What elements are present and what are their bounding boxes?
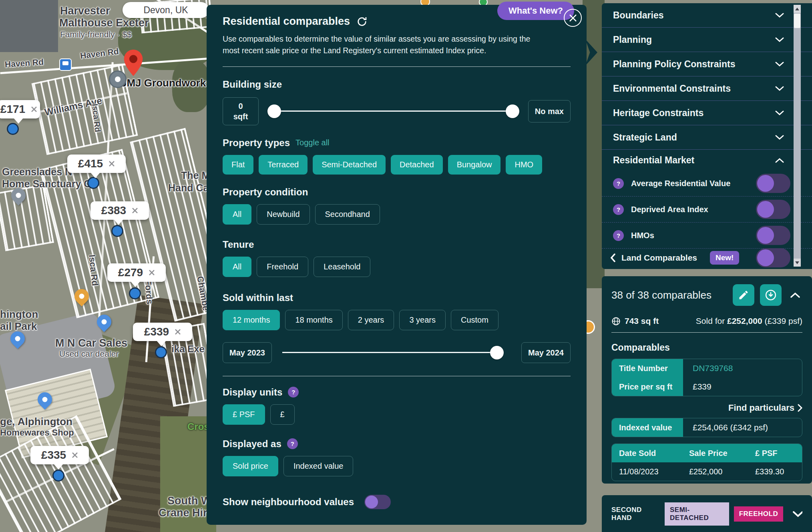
- units-pound[interactable]: £: [270, 404, 295, 425]
- sidebar-section-environmental[interactable]: Environmental Constraints: [602, 76, 812, 101]
- close-icon[interactable]: [132, 207, 138, 214]
- comparable-dot[interactable]: [52, 470, 64, 482]
- displayed-sold-price[interactable]: Sold price: [223, 456, 278, 476]
- sidebar-section-heritage[interactable]: Heritage Constraints: [602, 101, 812, 125]
- sidebar-scrollbar[interactable]: [794, 5, 801, 267]
- scroll-down-button[interactable]: [794, 259, 801, 267]
- download-button[interactable]: [760, 284, 782, 306]
- chevron-up-icon: [790, 292, 800, 298]
- tenure-freehold[interactable]: Freehold: [257, 257, 308, 277]
- building-size-min-input[interactable]: 0 sqft: [223, 97, 259, 125]
- property-type-hmo[interactable]: HMO: [506, 155, 542, 175]
- units-psf[interactable]: £ PSF: [223, 404, 265, 425]
- refresh-icon[interactable]: [356, 16, 368, 27]
- price-value: £339: [144, 325, 169, 338]
- comparable-dot[interactable]: [111, 225, 123, 237]
- edit-button[interactable]: [733, 284, 754, 306]
- price-callout[interactable]: £171: [0, 100, 40, 118]
- close-panel-button[interactable]: [564, 9, 582, 27]
- displayed-as-heading: Displayed as ?: [223, 438, 571, 450]
- price-callout[interactable]: £415: [67, 155, 126, 173]
- property-type-bungalow[interactable]: Bungalow: [448, 155, 501, 175]
- comparable-dot[interactable]: [7, 123, 19, 135]
- collapse-panel-button[interactable]: [788, 292, 802, 298]
- comparable-dot[interactable]: [155, 346, 167, 358]
- deprived-area-index-toggle[interactable]: [756, 200, 790, 219]
- map-poi-label: JMJ Groundworks: [121, 77, 212, 89]
- sidebar-section-boundaries[interactable]: Boundaries: [602, 3, 812, 28]
- help-icon[interactable]: ?: [613, 204, 624, 215]
- price-callout[interactable]: £279: [107, 263, 166, 282]
- tenure-leasehold[interactable]: Leasehold: [314, 257, 370, 277]
- property-type-semi-detached[interactable]: Semi-Detached: [313, 155, 386, 175]
- price-callout[interactable]: £383: [90, 201, 149, 220]
- date-slider[interactable]: [282, 345, 511, 360]
- globe-icon: [611, 317, 621, 326]
- comparable-dot[interactable]: [129, 287, 141, 299]
- property-type-terraced[interactable]: Terraced: [259, 155, 308, 175]
- table-row[interactable]: 11/08/2023 £252,000 £339.30: [612, 462, 802, 481]
- red-map-pin-icon[interactable]: [123, 50, 143, 76]
- land-comparables-row[interactable]: Land Comparables New!: [602, 249, 812, 267]
- date-from-box[interactable]: May 2023: [223, 342, 272, 363]
- sidebar-section-strategic-land[interactable]: Strategic Land: [602, 125, 812, 150]
- section-label: Environmental Constraints: [613, 83, 731, 94]
- slider-handle-max[interactable]: [506, 104, 519, 118]
- indexed-value: £254,066 (£342 psf): [683, 418, 802, 437]
- close-icon[interactable]: [31, 106, 37, 112]
- find-particulars-label: Find particulars: [728, 403, 794, 413]
- sidebar-section-planning[interactable]: Planning: [602, 28, 812, 52]
- displayed-indexed-value[interactable]: Indexed value: [283, 456, 354, 476]
- land-comparables-toggle[interactable]: [756, 248, 790, 267]
- price-value: £335: [41, 449, 66, 462]
- slider-handle-min[interactable]: [267, 104, 281, 118]
- chevron-down-icon[interactable]: [793, 511, 802, 517]
- condition-all[interactable]: All: [223, 204, 251, 225]
- sold-18-months[interactable]: 18 months: [285, 310, 342, 330]
- help-icon[interactable]: ?: [613, 230, 624, 241]
- whats-new-button[interactable]: What's New?: [497, 2, 574, 20]
- heading-text: Display units: [223, 387, 282, 398]
- map-poi-label: ge, Alphington: [0, 416, 72, 428]
- hmos-toggle[interactable]: [756, 226, 790, 245]
- building-size-slider[interactable]: [269, 104, 518, 119]
- sold-custom[interactable]: Custom: [451, 310, 498, 330]
- property-type-detached[interactable]: Detached: [391, 155, 443, 175]
- condition-secondhand[interactable]: Secondhand: [315, 204, 380, 225]
- building-size-max-input[interactable]: No max: [528, 100, 571, 122]
- chevron-down-icon: [775, 86, 784, 91]
- scroll-up-button[interactable]: [794, 5, 801, 13]
- close-icon[interactable]: [149, 269, 155, 276]
- close-icon[interactable]: [175, 329, 181, 335]
- neighbourhood-toggle[interactable]: [364, 495, 391, 509]
- help-icon[interactable]: ?: [287, 438, 298, 449]
- search-value: Devon, UK: [143, 5, 188, 16]
- title-number-value[interactable]: DN739768: [683, 359, 802, 377]
- condition-newbuild[interactable]: Newbuild: [257, 204, 310, 225]
- help-icon[interactable]: ?: [613, 178, 624, 189]
- date-to-box[interactable]: May 2024: [521, 342, 571, 363]
- sold-for-text: Sold for £252,000 (£339 psf): [696, 316, 802, 326]
- scrollbar-thumb[interactable]: [794, 14, 800, 28]
- map-search-box[interactable]: Devon, UK: [123, 2, 209, 18]
- average-residential-value-toggle[interactable]: [756, 174, 790, 193]
- comparable-dot[interactable]: [87, 177, 99, 189]
- sold-2-years[interactable]: 2 years: [348, 310, 394, 330]
- price-callout[interactable]: £335: [30, 446, 89, 464]
- sold-12-months[interactable]: 12 months: [223, 310, 280, 330]
- map-road-label: Haven Rd: [80, 46, 119, 61]
- tenure-all[interactable]: All: [223, 257, 251, 277]
- sold-3-years[interactable]: 3 years: [399, 310, 446, 330]
- find-particulars-link[interactable]: Find particulars: [611, 403, 802, 413]
- sidebar-section-planning-policy[interactable]: Planning Policy Constraints: [602, 52, 812, 76]
- property-type-flat[interactable]: Flat: [223, 155, 253, 175]
- toggle-all-link[interactable]: Toggle all: [295, 138, 330, 147]
- price-callout[interactable]: £339: [133, 323, 192, 341]
- close-icon[interactable]: [109, 161, 115, 167]
- neighbourhood-label: Show neighbourhood values: [223, 496, 354, 508]
- date-slider-handle[interactable]: [490, 346, 504, 359]
- help-icon[interactable]: ?: [288, 387, 299, 397]
- close-icon[interactable]: [72, 452, 78, 458]
- land-comparables-label: Land Comparables: [621, 253, 697, 263]
- sidebar-section-residential-market[interactable]: Residential Market: [602, 150, 812, 171]
